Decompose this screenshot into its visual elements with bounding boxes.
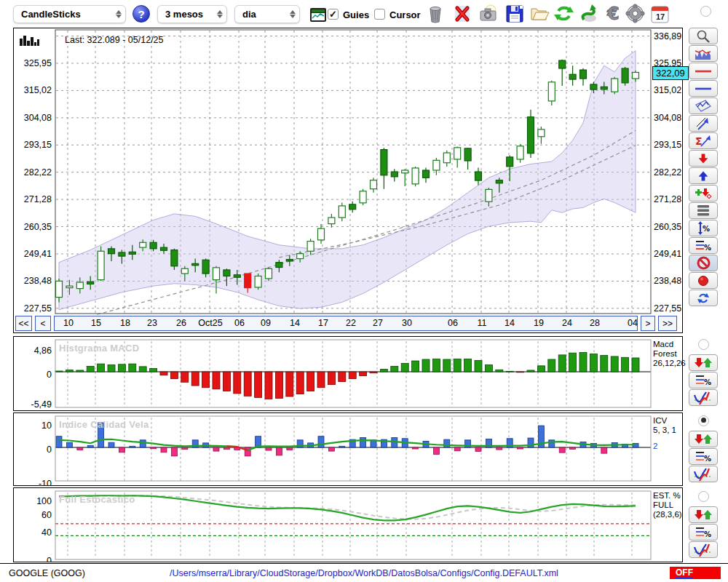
save-icon[interactable]	[504, 4, 526, 24]
time-navigation: << < 1015182326Oct2506091417222730061114…	[14, 316, 682, 332]
refresh-icon[interactable]	[553, 3, 574, 23]
config-path: /Users/mserra/Library/CloudStorage/Dropb…	[0, 568, 728, 578]
svg-text:%: %	[704, 378, 711, 386]
date-label: 11	[467, 318, 496, 328]
svg-text:%: %	[704, 244, 711, 252]
stochastic-right-label: EST. % FULL (28,3,6)	[653, 491, 682, 519]
euro-icon[interactable]: €	[603, 3, 625, 23]
period-select[interactable]: 3 mesos	[157, 5, 227, 23]
mini-chart-icon[interactable]	[307, 4, 329, 25]
guies-label: Guies	[343, 9, 369, 20]
zoom-icon[interactable]	[689, 28, 718, 44]
trash-icon[interactable]	[424, 4, 446, 24]
date-label: Oct25	[196, 318, 225, 328]
nav-prev-button[interactable]: <	[35, 316, 51, 331]
layers-icon[interactable]	[689, 202, 718, 219]
date-label: 14	[495, 318, 524, 328]
undo-icon[interactable]	[578, 3, 600, 23]
date-label: 19	[524, 318, 553, 328]
toolbar-radio[interactable]	[700, 6, 711, 17]
app-window: CandleSticks ? 3 mesos dia ✓ Guies Curso…	[0, 0, 728, 582]
icv-controls: %	[689, 415, 718, 483]
macd-radio[interactable]	[698, 339, 709, 350]
icv-right-value: 2	[653, 442, 676, 451]
date-label: 18	[111, 318, 140, 328]
blue-line-icon[interactable]	[689, 80, 718, 97]
interval-select[interactable]: dia	[234, 5, 300, 23]
settings-gear-icon[interactable]	[624, 3, 646, 23]
svg-text:238,48: 238,48	[654, 276, 681, 286]
stochastic-radio[interactable]	[698, 491, 709, 502]
svg-text:40: 40	[41, 527, 52, 538]
stochastic-arrows-icon[interactable]	[689, 506, 718, 523]
date-label: 06	[438, 318, 467, 328]
nav-first-button[interactable]: <<	[15, 316, 32, 331]
svg-text:325,95: 325,95	[24, 58, 52, 68]
calendar-day: 17	[656, 12, 665, 21]
open-folder-icon[interactable]	[529, 4, 550, 24]
svg-text:227,55: 227,55	[24, 303, 52, 314]
stochastic-controls: %	[689, 491, 718, 559]
sigma-trend-icon[interactable]: Σ	[689, 132, 718, 149]
guies-checkbox[interactable]: ✓	[328, 9, 339, 20]
macd-watermark: Histgrama MACD	[59, 343, 139, 354]
svg-text:100: 100	[36, 496, 52, 506]
chart-type-select[interactable]: CandleSticks	[13, 5, 126, 23]
drawing-tools-sidebar: Σ % %	[689, 28, 718, 307]
record-icon[interactable]	[689, 272, 718, 289]
svg-text:249,41: 249,41	[24, 249, 52, 259]
svg-text:%: %	[703, 225, 710, 233]
channel-icon[interactable]	[689, 97, 718, 114]
no-entry-icon[interactable]	[689, 255, 718, 271]
svg-text:315,02: 315,02	[654, 85, 681, 95]
nav-last-button[interactable]: >>	[658, 316, 677, 331]
nav-next-button[interactable]: >	[641, 316, 655, 331]
svg-text:60: 60	[41, 510, 52, 520]
date-label: 30	[392, 318, 422, 328]
icv-lines-percent-icon[interactable]: %	[689, 448, 718, 465]
svg-text:%: %	[704, 455, 711, 463]
trend-arrow-icon[interactable]	[689, 115, 718, 132]
interval-value: dia	[242, 9, 256, 20]
date-label: 28	[580, 318, 609, 328]
last-price-tag: 322,09	[652, 66, 689, 80]
date-label: 06	[225, 318, 254, 328]
icv-radio[interactable]	[698, 415, 709, 426]
macd-panel: 4,860-5,49 Histgrama MACD Macd Forest 26…	[13, 336, 683, 411]
calendar-icon[interactable]: 17	[649, 4, 670, 24]
icv-curve-icon[interactable]	[689, 466, 718, 482]
date-label: 14	[280, 318, 309, 328]
red-line-icon[interactable]	[689, 63, 718, 79]
help-icon[interactable]: ?	[132, 5, 150, 23]
date-label: 22	[336, 318, 365, 328]
stochastic-watermark: Full Estocastico	[59, 494, 135, 505]
icv-arrows-icon[interactable]	[689, 431, 718, 447]
stochastic-curve-icon[interactable]	[689, 541, 718, 558]
stochastic-lines-percent-icon[interactable]: %	[689, 524, 718, 541]
chevron-updown-icon	[110, 10, 122, 18]
macd-lines-percent-icon[interactable]: %	[689, 372, 718, 388]
camera-icon[interactable]	[478, 4, 499, 24]
cursor-checkbox[interactable]	[374, 9, 385, 20]
date-scroll-strip[interactable]: 1015182326Oct250609141722273006111419242…	[54, 316, 638, 331]
status-bar: GOOGLE (GOOG) /Users/mserra/Library/Clou…	[0, 563, 728, 582]
up-arrow-icon[interactable]	[689, 167, 718, 184]
off-button[interactable]: OFF	[670, 567, 721, 579]
indicator-chart-icon[interactable]	[689, 45, 718, 62]
down-arrow-icon[interactable]	[689, 150, 718, 167]
delete-x-icon[interactable]	[451, 4, 473, 24]
date-label: 15	[82, 318, 111, 328]
lines-percent-icon[interactable]: %	[689, 237, 718, 254]
macd-arrows-icon[interactable]	[689, 354, 718, 371]
svg-text:0: 0	[47, 445, 52, 455]
svg-text:304,08: 304,08	[654, 113, 681, 123]
svg-text:-10: -10	[39, 479, 52, 485]
macd-curve-icon[interactable]	[689, 389, 718, 406]
add-marker-icon[interactable]	[689, 185, 718, 202]
cursor-label: Cursor	[389, 9, 421, 20]
mini-histogram-icon[interactable]	[20, 34, 40, 47]
vertical-percent-icon[interactable]: %	[689, 220, 718, 236]
main-chart-canvas[interactable]: 325,95315,02304,08293,15282,22271,28260,…	[14, 28, 682, 315]
svg-text:€: €	[606, 4, 620, 23]
sync-icon[interactable]	[689, 290, 718, 306]
